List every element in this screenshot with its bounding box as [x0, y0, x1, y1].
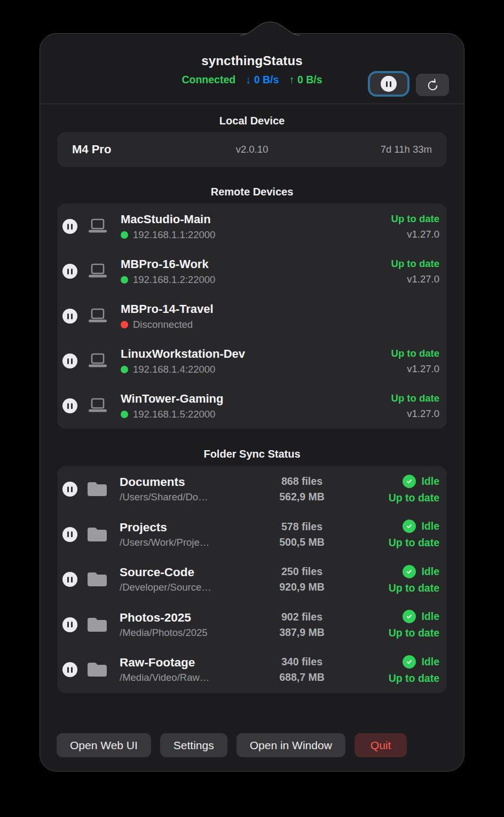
device-address: Disconnected — [133, 319, 193, 331]
device-version: v1.27.0 — [375, 408, 439, 420]
settings-button[interactable]: Settings — [160, 733, 227, 757]
online-dot — [121, 276, 128, 284]
remote-devices-card: MacStudio-Main 192.168.1.1:22000 Up to d… — [57, 203, 447, 429]
folder-path: /Users/Work/Proje… — [120, 537, 255, 548]
online-dot — [121, 231, 128, 239]
folder-name: Projects — [120, 521, 255, 535]
folder-state: Idle — [421, 520, 439, 532]
device-version: v1.27.0 — [375, 229, 439, 240]
device-name: MBPro-16-Work — [121, 257, 375, 271]
download-rate: ↓ 0 B/s — [246, 74, 279, 85]
pause-device-button[interactable] — [62, 398, 77, 413]
folder-state: Idle — [421, 565, 439, 578]
pause-device-button[interactable] — [62, 264, 77, 279]
footer-actions: Open Web UI Settings Open in Window Quit — [57, 733, 407, 757]
device-version: v1.27.0 — [375, 363, 439, 375]
device-address: 192.168.1.1:22000 — [133, 229, 215, 241]
pause-folder-button[interactable] — [62, 617, 77, 632]
refresh-button[interactable] — [416, 74, 449, 96]
laptop-icon — [86, 263, 109, 280]
folder-file-count: 578 files — [255, 521, 349, 533]
folder-row: Source-Code /Developer/Source… 250 files… — [57, 557, 447, 602]
popover-header: syncthingStatus Connected ↓ 0 B/s ↑ 0 B/… — [40, 34, 464, 104]
device-row: WinTower-Gaming 192.168.1.5:22000 Up to … — [57, 383, 447, 428]
offline-dot — [121, 321, 128, 328]
folder-icon — [86, 616, 108, 633]
device-row: MacStudio-Main 192.168.1.1:22000 Up to d… — [57, 204, 447, 249]
folder-icon — [86, 526, 108, 543]
check-circle-icon — [403, 520, 416, 533]
folder-icon — [86, 481, 108, 498]
folder-size: 500,5 MB — [255, 536, 349, 548]
folder-file-count: 340 files — [255, 656, 349, 668]
folder-path: /Developer/Source… — [120, 582, 255, 593]
folder-name: Source-Code — [120, 565, 255, 579]
folder-sync-status: Up to date — [349, 627, 439, 639]
folder-name: Raw-Footage — [120, 656, 255, 670]
folder-row: Projects /Users/Work/Proje… 578 files 50… — [57, 512, 447, 557]
check-circle-icon — [403, 475, 416, 488]
laptop-icon — [86, 397, 109, 414]
pause-device-button[interactable] — [62, 219, 77, 234]
device-row: MBPro-14-Travel Disconnected — [57, 294, 447, 339]
folder-state: Idle — [421, 656, 439, 668]
syncthing-status-popover: syncthingStatus Connected ↓ 0 B/s ↑ 0 B/… — [40, 33, 464, 772]
quit-button[interactable]: Quit — [355, 733, 407, 757]
folder-file-count: 902 files — [255, 611, 349, 623]
folder-file-count: 868 files — [255, 475, 349, 488]
pause-folder-button[interactable] — [62, 662, 77, 677]
pause-device-button[interactable] — [62, 309, 77, 324]
device-sync-status: Up to date — [375, 213, 439, 225]
device-row: MBPro-16-Work 192.168.1.2:22000 Up to da… — [57, 249, 447, 294]
folder-size: 387,9 MB — [255, 626, 349, 639]
device-address: 192.168.1.2:22000 — [133, 274, 215, 286]
remote-devices-section-title: Remote Devices — [40, 186, 464, 198]
device-name: WinTower-Gaming — [121, 392, 375, 406]
folder-path: /Media/Video/Raw… — [120, 672, 255, 684]
device-name: LinuxWorkstation-Dev — [121, 347, 375, 361]
pause-all-button[interactable] — [368, 71, 410, 97]
pause-folder-button[interactable] — [62, 482, 77, 497]
device-address: 192.168.1.5:22000 — [133, 408, 215, 420]
folder-path: /Media/Photos/2025 — [120, 627, 255, 639]
upload-rate: ↑ 0 B/s — [289, 74, 322, 85]
folder-name: Photos-2025 — [120, 611, 255, 625]
folder-icon — [86, 661, 108, 678]
online-dot — [121, 411, 128, 418]
online-dot — [121, 366, 128, 373]
pause-folder-button[interactable] — [62, 527, 77, 542]
local-device-section-title: Local Device — [40, 115, 464, 127]
folder-name: Documents — [120, 475, 255, 489]
local-device-uptime: 7d 11h 33m — [381, 144, 432, 155]
refresh-icon — [426, 78, 440, 92]
folders-card: Documents /Users/Shared/Do… 868 files 56… — [57, 466, 447, 693]
folder-size: 688,7 MB — [255, 671, 349, 684]
folder-file-count: 250 files — [255, 565, 349, 578]
folder-state: Idle — [421, 610, 439, 623]
open-web-ui-button[interactable]: Open Web UI — [57, 733, 151, 757]
device-sync-status: Up to date — [375, 348, 439, 359]
folder-size: 562,9 MB — [255, 491, 349, 503]
folder-sync-status: Up to date — [349, 537, 439, 549]
pause-device-button[interactable] — [62, 353, 77, 368]
folder-path: /Users/Shared/Do… — [120, 491, 255, 503]
device-name: MBPro-14-Travel — [121, 302, 375, 316]
open-in-window-button[interactable]: Open in Window — [237, 733, 345, 757]
laptop-icon — [86, 352, 109, 370]
device-sync-status: Up to date — [375, 392, 439, 404]
local-device-card: M4 Pro v2.0.10 7d 11h 33m — [57, 132, 447, 167]
folder-row: Raw-Footage /Media/Video/Raw… 340 files … — [57, 647, 447, 693]
folders-section-title: Folder Sync Status — [40, 448, 464, 460]
pause-folder-button[interactable] — [62, 572, 77, 587]
folder-sync-status: Up to date — [349, 492, 439, 504]
folder-state: Idle — [421, 475, 439, 488]
connection-status: Connected — [182, 74, 235, 85]
device-name: MacStudio-Main — [121, 213, 375, 226]
local-device-name: M4 Pro — [72, 143, 111, 156]
folder-sync-status: Up to date — [349, 672, 439, 685]
pause-icon — [381, 76, 397, 92]
check-circle-icon — [403, 655, 416, 669]
folder-sync-status: Up to date — [349, 582, 439, 594]
folder-row: Photos-2025 /Media/Photos/2025 902 files… — [57, 602, 447, 648]
check-circle-icon — [403, 565, 416, 578]
